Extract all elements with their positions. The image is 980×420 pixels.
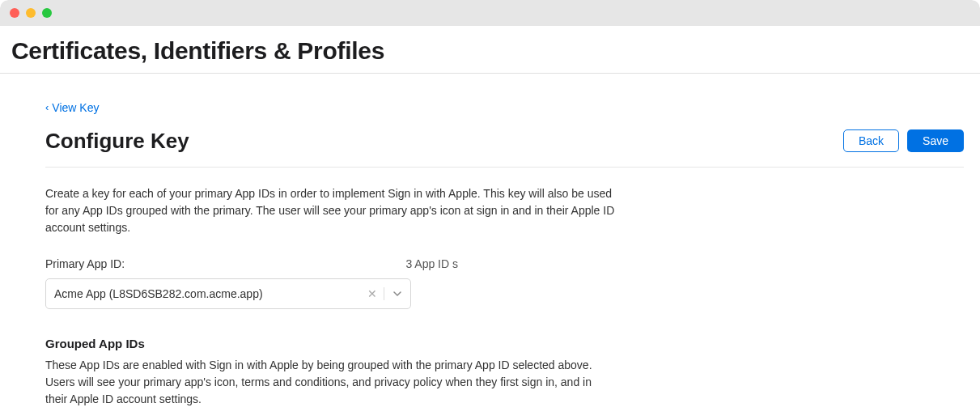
primary-app-id-select[interactable]: Acme App (L8SD6SB282.com.acme.app) ✕ xyxy=(45,278,411,309)
save-button[interactable]: Save xyxy=(907,129,964,152)
page-title-bar: Certificates, Identifiers & Profiles xyxy=(0,26,980,74)
grouped-app-ids-description: These App IDs are enabled with Sign in w… xyxy=(45,357,616,408)
back-link-label: View Key xyxy=(52,101,99,114)
chevron-left-icon: ‹ xyxy=(45,101,49,113)
content-area: ‹ View Key Configure Key Back Save Creat… xyxy=(0,74,980,420)
section-title: Configure Key xyxy=(45,129,189,154)
window-close-button[interactable] xyxy=(10,8,19,18)
primary-app-id-row: Primary App ID: 3 App ID s xyxy=(45,257,458,270)
page-title: Certificates, Identifiers & Profiles xyxy=(11,37,969,65)
primary-app-id-label: Primary App ID: xyxy=(45,257,405,270)
chevron-down-icon[interactable] xyxy=(384,289,402,299)
grouped-app-ids-title: Grouped App IDs xyxy=(45,337,964,350)
window-minimize-button[interactable] xyxy=(26,8,36,18)
clear-icon[interactable]: ✕ xyxy=(361,287,384,300)
section-header: Configure Key Back Save xyxy=(45,129,964,168)
configure-key-description: Create a key for each of your primary Ap… xyxy=(45,185,616,236)
action-buttons: Back Save xyxy=(843,129,964,152)
primary-app-id-count: 3 App ID s xyxy=(405,257,458,270)
window-maximize-button[interactable] xyxy=(42,8,52,18)
window-chrome xyxy=(0,0,980,26)
back-link-view-key[interactable]: ‹ View Key xyxy=(45,101,99,114)
primary-app-id-selected-value: Acme App (L8SD6SB282.com.acme.app) xyxy=(54,287,361,300)
back-button[interactable]: Back xyxy=(843,129,899,152)
